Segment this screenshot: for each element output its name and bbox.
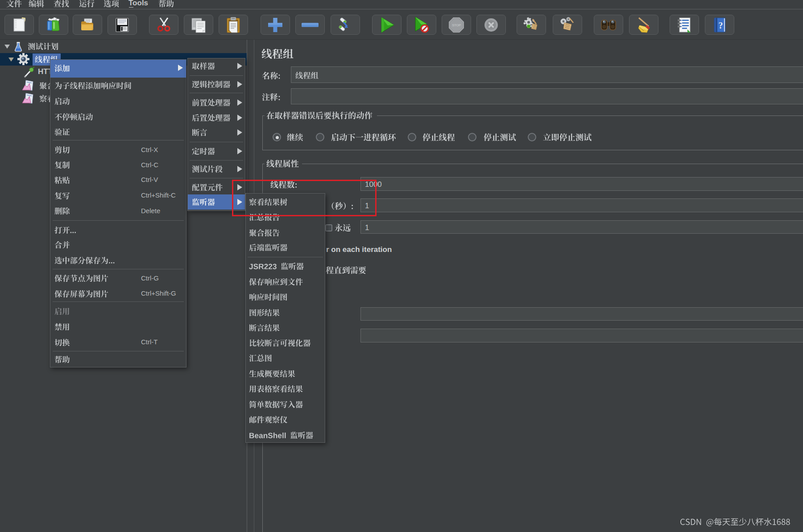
svg-text:STOP: STOP	[452, 23, 461, 27]
svg-text:?: ?	[719, 21, 723, 30]
